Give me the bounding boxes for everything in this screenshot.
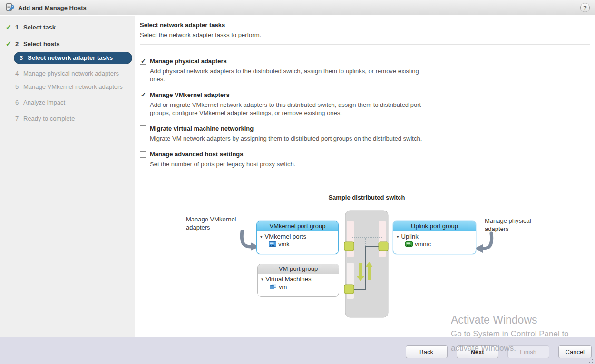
step-label: Manage VMkernel network adapters: [23, 83, 133, 91]
network-adapter-task-list: Manage physical adapters Add physical ne…: [140, 57, 590, 168]
active-step-pill: 3 Select network adapter tasks: [14, 52, 132, 64]
step-number: 5: [14, 83, 20, 91]
step-number: 2: [14, 40, 20, 48]
task-description: Set the number of ports per legacy host …: [150, 160, 434, 168]
step-label: Select task: [23, 24, 133, 31]
port-group-leaf-label: vmnic: [415, 240, 431, 248]
sample-distributed-switch-diagram: Sample distributed switch: [138, 191, 595, 333]
step-label: Ready to complete: [23, 115, 133, 123]
step-complete-check-icon: ✓: [6, 23, 12, 31]
task-manage-vmkernel-adapters: Manage VMkernel adapters Add or migrate …: [140, 91, 590, 117]
task-label[interactable]: Manage VMkernel adapters: [150, 91, 230, 98]
port-connector: [344, 242, 354, 251]
port-group-leaf-label: vm: [279, 283, 287, 290]
task-label[interactable]: Migrate virtual machine networking: [150, 125, 254, 132]
step-number: 7: [14, 115, 20, 123]
step-number: 4: [14, 70, 20, 77]
vmnic-nic-icon: [405, 241, 413, 247]
step-number: 6: [14, 99, 20, 106]
task-label[interactable]: Manage physical adapters: [150, 57, 227, 65]
task-description: Add physical network adapters to the dis…: [150, 67, 434, 83]
task-description: Migrate VM network adapters by assigning…: [150, 134, 434, 143]
dialog-titlebar: Add and Manage Hosts ?: [0, 0, 595, 15]
wizard-steps-sidebar: ✓ 1 Select task ✓ 2 Select hosts 3 Selec…: [0, 16, 135, 337]
step-label: Manage physical network adapters: [23, 70, 133, 77]
finish-button: Finish: [507, 345, 549, 358]
port-group-header: VMkernel port group: [257, 221, 338, 231]
port-group-header: VM port group: [258, 264, 339, 274]
page-title: Select network adapter tasks: [140, 21, 590, 29]
uplink-port-group-box: Uplink port group ▾ Uplink vmnic: [393, 221, 476, 254]
heading-divider: [140, 44, 590, 45]
wizard-step-manage-physical-adapters: 4 Manage physical network adapters: [3, 70, 133, 77]
wizard-step-analyze-impact: 6 Analyze impact: [3, 99, 133, 106]
task-manage-physical-adapters: Manage physical adapters Add physical ne…: [140, 57, 590, 83]
page-subtitle: Select the network adapter tasks to perf…: [140, 31, 590, 38]
vmk-nic-icon: [269, 241, 276, 247]
task-description: Add or migrate VMkernel network adapters…: [150, 101, 434, 117]
footer-buttons: Back Next Finish Cancel: [406, 345, 592, 358]
port-connector: [379, 242, 388, 251]
vm-icon: [270, 284, 277, 290]
port-group-leaf-label: vmk: [278, 240, 290, 248]
step-label: Select network adapter tasks: [28, 54, 128, 62]
wizard-step-ready-to-complete: 7 Ready to complete: [3, 115, 133, 123]
wizard-step-select-task[interactable]: ✓ 1 Select task: [3, 23, 133, 31]
port-group-header: Uplink port group: [393, 221, 476, 231]
manage-physical-adapters-checkbox[interactable]: [140, 58, 146, 65]
wizard-step-select-hosts[interactable]: ✓ 2 Select hosts: [3, 40, 133, 48]
task-manage-advanced-host-settings: Manage advanced host settings Set the nu…: [140, 151, 590, 168]
step-label: Analyze impact: [23, 99, 133, 106]
port-connector: [344, 285, 354, 294]
add-and-manage-hosts-dialog: Add and Manage Hosts ? ✓ 1 Select task ✓…: [0, 0, 595, 364]
port-group-item-label: Uplink: [401, 233, 419, 240]
wizard-step-manage-vmkernel-adapters: 5 Manage VMkernel network adapters: [3, 83, 133, 91]
manage-vmkernel-adapters-checkbox[interactable]: [140, 92, 146, 98]
port-strip: [379, 221, 386, 257]
collapse-triangle-icon[interactable]: ▾: [261, 277, 263, 282]
migrate-vm-networking-checkbox[interactable]: [140, 125, 146, 132]
vmkernel-port-group-box: VMkernel port group ▾ VMkernel ports vmk: [256, 221, 339, 254]
port-strip: [347, 221, 354, 257]
back-button[interactable]: Back: [406, 345, 448, 358]
step-complete-check-icon: ✓: [6, 39, 12, 48]
vm-port-group-box: VM port group ▾ Virtual Machines vm: [257, 264, 339, 297]
port-group-item-label: VMkernel ports: [265, 233, 306, 240]
dialog-footer: Back Next Finish Cancel: [0, 337, 595, 364]
port-group-item-label: Virtual Machines: [266, 276, 312, 283]
step-number: 1: [14, 24, 20, 31]
manage-hosts-wizard-icon: [5, 3, 15, 12]
cancel-button[interactable]: Cancel: [558, 345, 592, 358]
step-label: Select hosts: [23, 40, 133, 48]
wizard-step-select-network-adapter-tasks[interactable]: 3 Select network adapter tasks: [3, 52, 133, 64]
manage-vmkernel-adapters-callout: Manage VMkernel adapters: [186, 215, 250, 231]
next-button[interactable]: Next: [457, 345, 498, 358]
collapse-triangle-icon[interactable]: ▾: [397, 234, 399, 239]
resize-grip[interactable]: [589, 359, 593, 363]
help-icon[interactable]: ?: [580, 3, 590, 12]
curved-arrow-right-icon: [474, 233, 492, 253]
task-migrate-vm-networking: Migrate virtual machine networking Migra…: [140, 125, 590, 143]
distributed-switch-graphic: [138, 191, 595, 333]
dialog-title: Add and Manage Hosts: [18, 4, 87, 11]
manage-physical-adapters-callout: Manage physical adapters: [485, 217, 549, 233]
manage-advanced-host-settings-checkbox[interactable]: [140, 151, 146, 158]
step-number: 3: [18, 54, 24, 62]
collapse-triangle-icon[interactable]: ▾: [260, 234, 263, 239]
task-label[interactable]: Manage advanced host settings: [150, 151, 244, 158]
